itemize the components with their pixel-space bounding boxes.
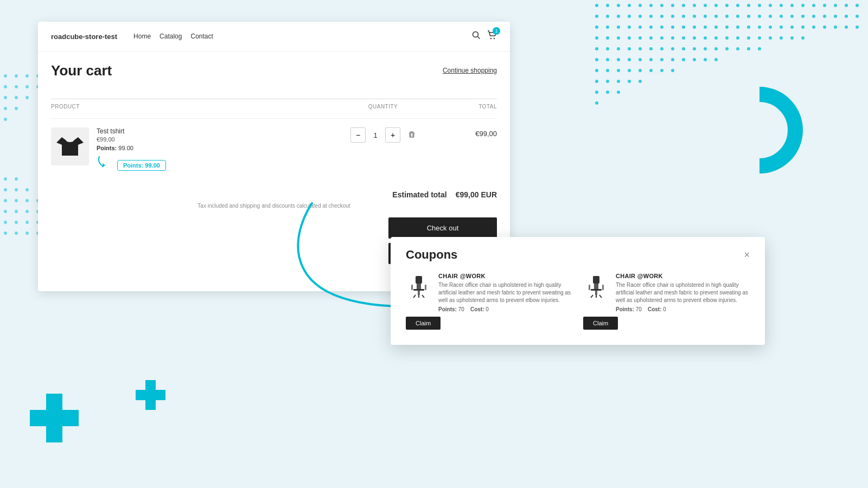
- svg-point-6: [660, 4, 663, 7]
- svg-point-23: [845, 4, 848, 7]
- coupon-details-2: CHAIR @WORK The Racer office chair is up…: [616, 273, 750, 312]
- cart-icon[interactable]: 1: [487, 30, 497, 42]
- svg-point-146: [25, 85, 29, 88]
- svg-point-103: [682, 47, 685, 50]
- points-tooltip: Points: 99.00: [117, 160, 166, 171]
- svg-point-58: [682, 25, 685, 29]
- svg-point-163: [4, 210, 7, 213]
- svg-point-20: [812, 4, 815, 7]
- svg-point-64: [747, 25, 750, 29]
- svg-point-60: [704, 25, 707, 29]
- coupon-name-2: CHAIR @WORK: [616, 273, 750, 279]
- svg-point-26: [606, 15, 609, 18]
- svg-line-206: [599, 295, 602, 298]
- svg-point-119: [682, 58, 685, 61]
- product-info: Test tshirt €99,00 Points: 99.00 Points:…: [97, 127, 334, 171]
- svg-point-110: [758, 47, 761, 50]
- svg-point-85: [704, 36, 707, 40]
- nav-catalog[interactable]: Catalog: [159, 33, 182, 40]
- quantity-decrease-btn[interactable]: −: [350, 127, 366, 143]
- svg-point-107: [725, 47, 729, 50]
- svg-point-66: [769, 25, 772, 29]
- delete-item-btn[interactable]: [408, 131, 416, 140]
- svg-point-76: [606, 36, 609, 40]
- svg-point-50: [595, 25, 598, 29]
- svg-rect-200: [593, 276, 599, 284]
- svg-point-111: [595, 58, 598, 61]
- chair-icon-1: [408, 274, 430, 298]
- nav-home[interactable]: Home: [133, 33, 151, 40]
- svg-point-88: [736, 36, 739, 40]
- svg-point-121: [704, 58, 707, 61]
- svg-rect-199: [425, 285, 426, 290]
- estimated-value: €99,00 EUR: [456, 190, 497, 199]
- nav-contact[interactable]: Contact: [190, 33, 213, 40]
- svg-point-86: [714, 36, 718, 40]
- cross-decoration-large: [30, 394, 79, 445]
- svg-point-7: [671, 4, 674, 7]
- svg-point-187: [490, 38, 492, 39]
- svg-point-99: [639, 47, 642, 50]
- svg-point-122: [714, 58, 718, 61]
- svg-point-8: [682, 4, 685, 7]
- svg-line-197: [422, 295, 424, 298]
- search-icon[interactable]: [472, 31, 481, 42]
- svg-point-134: [628, 80, 631, 83]
- store-name: roadcube-store-test: [51, 33, 117, 41]
- svg-point-71: [823, 25, 826, 29]
- svg-point-5: [649, 4, 653, 7]
- coupon-meta-2: Points: 70 Cost: 0: [616, 306, 750, 312]
- svg-point-78: [628, 36, 631, 40]
- svg-point-1: [606, 4, 609, 7]
- coupon-meta-1: Points: 70 Cost: 0: [438, 306, 572, 312]
- coupon-image-1: [406, 273, 432, 299]
- claim-button-1[interactable]: Claim: [406, 317, 441, 330]
- svg-point-0: [595, 4, 598, 7]
- svg-point-74: [856, 25, 859, 29]
- svg-line-195: [413, 295, 416, 298]
- svg-point-114: [628, 58, 631, 61]
- tshirt-svg: [56, 133, 84, 160]
- svg-point-141: [15, 74, 18, 78]
- continue-shopping-link[interactable]: Continue shopping: [443, 67, 497, 74]
- svg-point-161: [25, 199, 29, 202]
- svg-point-30: [649, 15, 653, 18]
- svg-point-62: [725, 25, 729, 29]
- coupon-card-2: CHAIR @WORK The Racer office chair is up…: [583, 273, 750, 330]
- svg-point-96: [606, 47, 609, 50]
- item-total: €99,00: [432, 127, 497, 138]
- svg-point-32: [671, 15, 674, 18]
- claim-button-2[interactable]: Claim: [583, 317, 618, 330]
- svg-point-53: [628, 25, 631, 29]
- svg-point-65: [758, 25, 761, 29]
- product-price: €99,00: [97, 136, 334, 143]
- estimated-total: Estimated total €99,00 EUR: [51, 190, 497, 199]
- cart-title: Your cart: [51, 62, 112, 79]
- svg-rect-184: [136, 390, 165, 400]
- svg-point-27: [617, 15, 620, 18]
- quantity-increase-btn[interactable]: +: [385, 127, 400, 143]
- svg-point-84: [693, 36, 696, 40]
- svg-point-40: [758, 15, 761, 18]
- svg-point-131: [595, 80, 598, 83]
- svg-point-127: [639, 69, 642, 72]
- svg-point-80: [649, 36, 653, 40]
- svg-point-137: [606, 91, 609, 94]
- svg-point-165: [25, 210, 29, 213]
- modal-close-button[interactable]: ×: [744, 249, 750, 261]
- checkout-button[interactable]: Check out: [388, 217, 497, 239]
- svg-point-24: [856, 4, 859, 7]
- svg-point-81: [660, 36, 663, 40]
- svg-point-101: [660, 47, 663, 50]
- svg-point-55: [649, 25, 653, 29]
- svg-rect-202: [591, 289, 602, 291]
- svg-point-31: [660, 15, 663, 18]
- svg-point-149: [15, 96, 18, 99]
- svg-point-47: [834, 15, 837, 18]
- svg-point-59: [693, 25, 696, 29]
- svg-point-33: [682, 15, 685, 18]
- svg-point-140: [4, 74, 7, 78]
- product-image: [51, 127, 89, 165]
- svg-point-10: [704, 4, 707, 7]
- svg-point-69: [801, 25, 805, 29]
